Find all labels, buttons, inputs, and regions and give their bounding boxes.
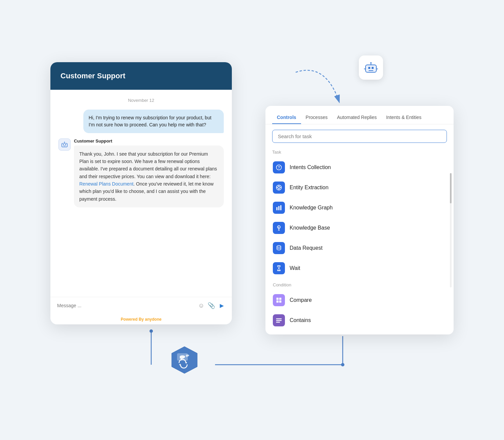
svg-rect-6 [366, 65, 376, 72]
scrollbar-track [450, 173, 452, 287]
svg-rect-42 [279, 300, 282, 303]
svg-point-36 [277, 245, 281, 247]
hex-badge [170, 345, 199, 375]
svg-text:?: ? [278, 165, 280, 169]
svg-rect-14 [62, 143, 68, 147]
svg-rect-43 [276, 318, 282, 319]
tab-controls[interactable]: Controls [272, 111, 301, 124]
knowledge-graph-label: Knowledge Graph [290, 205, 333, 211]
intents-collection-icon: ? [273, 161, 285, 173]
chat-footer: ☺ 📎 ► [50, 297, 232, 314]
list-item[interactable]: Knowledge Graph [269, 198, 450, 218]
task-section-label: Task [265, 148, 454, 157]
compare-icon [273, 294, 285, 306]
date-divider: November 12 [58, 98, 224, 103]
footer-icons: ☺ 📎 ► [198, 302, 225, 310]
user-message: Hi, I'm trying to renew my subscription … [83, 110, 224, 133]
svg-rect-8 [372, 67, 374, 69]
svg-rect-45 [276, 322, 280, 323]
svg-rect-41 [277, 300, 279, 303]
svg-rect-29 [278, 206, 279, 210]
list-item[interactable]: Compare [269, 290, 450, 310]
powered-by: Powered By anydone [50, 314, 232, 324]
knowledge-base-icon [273, 222, 285, 234]
compare-label: Compare [290, 297, 312, 303]
entity-extraction-label: Entity Extraction [290, 185, 329, 191]
message-input[interactable] [57, 303, 194, 308]
svg-rect-40 [279, 297, 282, 300]
svg-rect-15 [63, 144, 64, 145]
list-item[interactable]: Entity Extraction [269, 177, 450, 198]
agent-bubble: Thank you, John. I see that your subscri… [74, 146, 224, 208]
list-item[interactable]: Contains [269, 310, 450, 330]
agent-name: Customer Support [74, 138, 224, 144]
powered-by-brand: anydone [145, 317, 161, 322]
svg-rect-7 [368, 67, 370, 69]
list-item[interactable]: ? Intents Collection [269, 157, 450, 177]
chat-title: Customer Support [60, 72, 222, 80]
svg-rect-16 [65, 144, 66, 145]
svg-point-19 [64, 142, 65, 142]
knowledge-base-label: Knowledge Base [290, 225, 330, 231]
svg-point-5 [341, 363, 344, 366]
data-request-icon [273, 242, 285, 254]
svg-rect-39 [277, 297, 279, 300]
tab-processes[interactable]: Processes [301, 111, 332, 124]
tab-intents-entities[interactable]: Intents & Entities [381, 111, 426, 124]
svg-point-23 [278, 186, 280, 189]
chat-body: November 12 Hi, I'm trying to renew my s… [50, 90, 232, 297]
tab-automated-replies[interactable]: Automated Replies [332, 111, 381, 124]
attach-icon[interactable]: 📎 [208, 302, 215, 309]
robot-badge [359, 55, 383, 80]
data-request-label: Data Request [290, 245, 323, 251]
powered-by-prefix: Powered By [121, 317, 145, 322]
svg-rect-38 [277, 270, 281, 271]
svg-rect-44 [276, 320, 282, 321]
agent-message-wrap: Customer Support Thank you, John. I see … [58, 138, 224, 208]
svg-rect-37 [277, 265, 281, 266]
chat-panel: Customer Support November 12 Hi, I'm try… [50, 62, 232, 324]
task-list: ? Intents Collection Enti [265, 157, 454, 334]
wait-label: Wait [290, 265, 300, 271]
emoji-icon[interactable]: ☺ [198, 302, 204, 309]
renewal-link[interactable]: Renewal Plans Document [79, 181, 133, 187]
tabs-row: Controls Processes Automated Replies Int… [265, 106, 454, 124]
condition-section-label: Condition [269, 281, 450, 290]
search-input[interactable] [278, 133, 441, 139]
svg-rect-28 [277, 207, 278, 210]
hex-icon [170, 345, 199, 375]
agent-robot-icon [61, 141, 68, 148]
chat-header: Customer Support [50, 62, 232, 90]
send-icon[interactable]: ► [218, 302, 225, 310]
search-box[interactable] [272, 130, 447, 143]
svg-point-2 [150, 329, 153, 333]
intents-collection-label: Intents Collection [290, 164, 331, 170]
svg-rect-30 [280, 205, 281, 210]
entity-extraction-icon [273, 182, 285, 194]
agent-avatar [58, 138, 71, 151]
list-item[interactable]: Data Request [269, 238, 450, 258]
agent-message-content: Customer Support Thank you, John. I see … [74, 138, 224, 208]
contains-icon [273, 314, 285, 326]
robot-icon [364, 60, 378, 75]
wait-icon [273, 262, 285, 274]
contains-label: Contains [290, 317, 311, 323]
knowledge-graph-icon [273, 202, 285, 214]
list-item[interactable]: Wait [269, 258, 450, 278]
agent-text-before-link: Thank you, John. I see that your subscri… [79, 151, 217, 179]
svg-point-11 [370, 62, 372, 64]
controls-panel: Controls Processes Automated Replies Int… [265, 106, 454, 334]
list-item[interactable]: Knowledge Base [269, 218, 450, 238]
scrollbar-thumb[interactable] [450, 173, 452, 203]
